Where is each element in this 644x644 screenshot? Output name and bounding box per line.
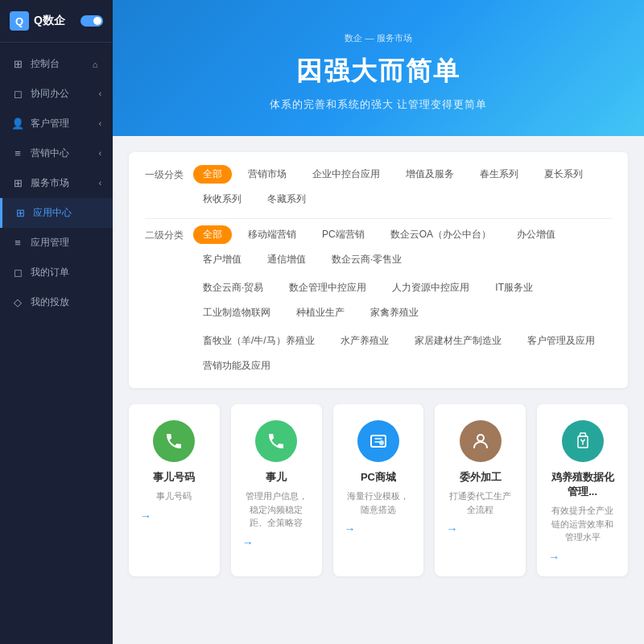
sidebar-item-label: 服务市场 <box>31 176 69 190</box>
sidebar-item-label: 应用管理 <box>31 236 69 250</box>
app-arrow-1[interactable]: → <box>140 510 151 522</box>
filter-level1-tags: 全部 营销市场 企业中控台应用 增值及服务 春生系列 夏长系列 秋收系列 冬藏系… <box>193 165 612 208</box>
app-icon-4 <box>460 420 502 462</box>
app-manage-icon: ≡ <box>11 237 24 250</box>
app-desc-1: 事儿号码 <box>156 489 192 503</box>
filter-tag-mgmt[interactable]: 数企管理中控应用 <box>279 279 376 297</box>
filter-tag-mobile[interactable]: 移动端营销 <box>238 225 306 244</box>
service-icon: ⊞ <box>11 177 24 190</box>
sidebar: Q Q数企 ⊞ 控制台 ⌂ ◻ 协同办公 ‹ 👤 客户管理 ‹ ≡ 营销中心 ‹ <box>0 0 113 644</box>
sidebar-item-service[interactable]: ⊞ 服务市场 ‹ <box>0 168 113 198</box>
filter-tag-winter[interactable]: 冬藏系列 <box>258 190 316 208</box>
app-icon-2 <box>255 420 297 462</box>
filter-tag-customer-val[interactable]: 客户增值 <box>193 250 251 269</box>
sidebar-item-orders[interactable]: ◻ 我的订单 <box>0 258 113 287</box>
sidebar-item-label: 营销中心 <box>31 147 69 160</box>
svg-rect-0 <box>371 436 386 447</box>
home-icon: ⌂ <box>89 58 101 71</box>
app-name-1: 事儿号码 <box>153 470 195 485</box>
chevron-icon: ‹ <box>99 89 101 98</box>
filter-tag-comm-val[interactable]: 通信增值 <box>258 250 316 269</box>
sidebar-item-customer[interactable]: 👤 客户管理 ‹ <box>0 109 113 138</box>
filter-tag-it[interactable]: IT服务业 <box>485 279 543 297</box>
chevron-icon: ‹ <box>99 149 101 158</box>
app-desc-5: 有效提升全产业链的运营效率和管理水平 <box>548 504 617 544</box>
filter-level2-tags: 全部 移动端营销 PC端营销 数企云OA（办公中台） 办公增值 客户增值 通信增… <box>193 225 612 269</box>
customer-icon: 👤 <box>11 118 24 130</box>
filter-tag-summer[interactable]: 夏长系列 <box>535 165 592 184</box>
logo-area: Q Q数企 <box>0 0 113 43</box>
app-card-4[interactable]: 委外加工 打通委代工生产全流程 → <box>435 404 526 576</box>
app-card-3[interactable]: PC商城 海量行业模板，随意搭选 → <box>333 404 424 576</box>
filter-level2-row3: 畜牧业（羊/牛/马）养殖业 水产养殖业 家居建材生产制造业 客户管理及应用 营销… <box>145 332 612 375</box>
dashboard-icon: ⊞ <box>11 58 24 71</box>
sidebar-item-label: 客户管理 <box>31 117 69 130</box>
app-arrow-5[interactable]: → <box>548 551 559 564</box>
sidebar-nav: ⊞ 控制台 ⌂ ◻ 协同办公 ‹ 👤 客户管理 ‹ ≡ 营销中心 ‹ ⊞ 服务市… <box>0 43 113 644</box>
filter-level2-tags3: 畜牧业（羊/牛/马）养殖业 水产养殖业 家居建材生产制造业 客户管理及应用 营销… <box>193 332 612 375</box>
filter-tag-enterprise[interactable]: 企业中控台应用 <box>303 165 390 184</box>
filter-panel: 一级分类 全部 营销市场 企业中控台应用 增值及服务 春生系列 夏长系列 秋收系… <box>129 152 628 388</box>
sidebar-item-label: 我的订单 <box>31 266 69 279</box>
hero-title: 因强大而简单 <box>129 54 628 89</box>
sidebar-item-label: 协同办公 <box>31 87 69 101</box>
app-arrow-3[interactable]: → <box>345 522 356 535</box>
filter-tag-industry[interactable]: 工业制造物联网 <box>193 303 280 322</box>
app-card-2[interactable]: 事儿 管理用户信息，稳定沟频稳定距、全策略容 → <box>231 404 322 576</box>
app-card-5[interactable]: 鸡养殖数据化管理... 有效提升全产业链的运营效率和管理水平 → <box>537 404 628 576</box>
filter-tag-customer-mgmt[interactable]: 客户管理及应用 <box>518 332 605 350</box>
sidebar-item-invest[interactable]: ◇ 我的投放 <box>0 287 113 317</box>
sidebar-item-app-manage[interactable]: ≡ 应用管理 <box>0 228 113 258</box>
filter-tag-autumn[interactable]: 秋收系列 <box>193 190 251 208</box>
filter-tag-hr[interactable]: 人力资源中控应用 <box>382 279 479 297</box>
filter-level1-label: 一级分类 <box>145 165 185 182</box>
filter-level1-row: 一级分类 全部 营销市场 企业中控台应用 增值及服务 春生系列 夏长系列 秋收系… <box>145 165 612 208</box>
app-desc-2: 管理用户信息，稳定沟频稳定距、全策略容 <box>242 489 311 530</box>
filter-tag-aqua[interactable]: 水产养殖业 <box>331 332 398 350</box>
app-icon-3 <box>357 420 399 462</box>
app-name-4: 委外加工 <box>460 470 502 485</box>
filter-tag-mkt-func[interactable]: 营销功能及应用 <box>193 357 280 375</box>
sidebar-item-label: 我的投放 <box>31 295 69 309</box>
office-icon: ◻ <box>11 88 24 101</box>
filter-tag-livestock[interactable]: 畜牧业（羊/牛/马）养殖业 <box>193 332 324 350</box>
apps-grid: 事儿号码 事儿号码 → 事儿 管理用户信息，稳定沟频稳定距、全策略容 → <box>129 404 628 576</box>
sidebar-item-marketing[interactable]: ≡ 营销中心 ‹ <box>0 138 113 168</box>
main-content: 数企 — 服务市场 因强大而简单 体系的完善和系统的强大 让管理变得更简单 一级… <box>113 0 644 644</box>
filter-divider <box>145 218 612 219</box>
filter-tag-office-val[interactable]: 办公增值 <box>507 225 565 244</box>
sidebar-item-dashboard[interactable]: ⊞ 控制台 ⌂ <box>0 49 113 79</box>
hero-banner: 数企 — 服务市场 因强大而简单 体系的完善和系统的强大 让管理变得更简单 <box>113 0 644 136</box>
filter-tag-spring[interactable]: 春生系列 <box>470 165 528 184</box>
app-name-5: 鸡养殖数据化管理... <box>548 470 617 499</box>
filter-tag-oa[interactable]: 数企云OA（办公中台） <box>381 225 501 244</box>
app-icon-5 <box>562 420 604 462</box>
logo-icon: Q <box>10 11 29 31</box>
content-area: 一级分类 全部 营销市场 企业中控台应用 增值及服务 春生系列 夏长系列 秋收系… <box>113 136 644 592</box>
filter-level2-label: 二级分类 <box>145 225 185 242</box>
filter-level2-row2: 数企云商·贸易 数企管理中控应用 人力资源中控应用 IT服务业 工业制造物联网 … <box>145 279 612 322</box>
filter-tag-furniture[interactable]: 家居建材生产制造业 <box>405 332 511 350</box>
app-arrow-4[interactable]: → <box>446 522 457 535</box>
app-arrow-2[interactable]: → <box>242 536 254 549</box>
app-desc-3: 海量行业模板，随意搭选 <box>345 489 413 516</box>
invest-icon: ◇ <box>11 296 24 309</box>
app-card-1[interactable]: 事儿号码 事儿号码 → <box>129 404 220 576</box>
breadcrumb: 数企 — 服务市场 <box>129 32 628 44</box>
sidebar-toggle[interactable] <box>80 15 103 27</box>
filter-tag-sales[interactable]: 营销市场 <box>238 165 296 184</box>
logo-text: Q数企 <box>34 14 65 28</box>
filter-tag-trade[interactable]: 数企云商·贸易 <box>193 279 273 297</box>
filter-tag-retail[interactable]: 数企云商·零售业 <box>322 250 411 269</box>
sidebar-item-app-center[interactable]: ⊞ 应用中心 <box>0 198 113 228</box>
filter-tag-all-l1[interactable]: 全部 <box>193 165 232 184</box>
sidebar-item-office[interactable]: ◻ 协同办公 ‹ <box>0 79 113 109</box>
hero-subtitle: 体系的完善和系统的强大 让管理变得更简单 <box>129 97 628 112</box>
filter-tag-value[interactable]: 增值及服务 <box>396 165 464 184</box>
marketing-icon: ≡ <box>11 147 24 160</box>
filter-tag-all-l2[interactable]: 全部 <box>193 225 232 244</box>
filter-tag-planting[interactable]: 种植业生产 <box>287 303 354 322</box>
filter-tag-pc-sales[interactable]: PC端营销 <box>312 225 374 244</box>
chevron-icon: ‹ <box>99 119 101 128</box>
filter-tag-poultry[interactable]: 家禽养殖业 <box>361 303 428 322</box>
